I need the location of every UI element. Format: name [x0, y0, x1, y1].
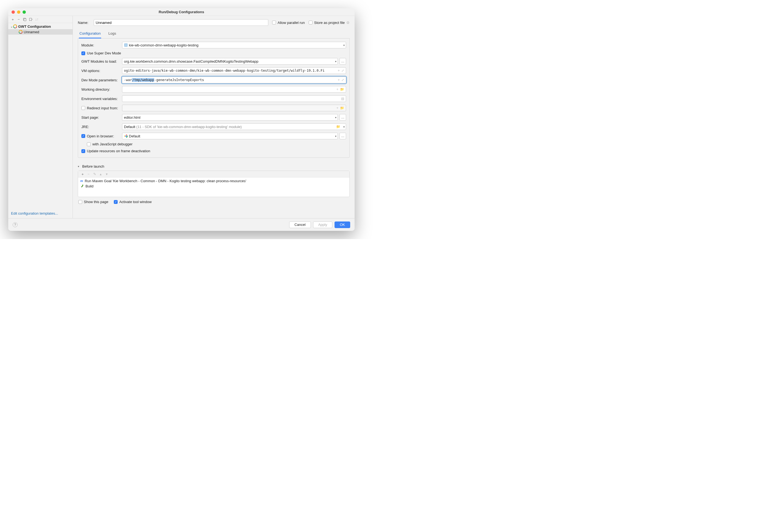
before-launch-toolbar: ＋ − ✎ ▴ ▾ [78, 171, 349, 178]
plus-icon: + [337, 106, 338, 110]
up-icon: ▴ [99, 172, 103, 177]
tabs: Configuration Logs [78, 30, 350, 39]
remove-icon[interactable]: − [16, 17, 21, 22]
tree-group-gwt[interactable]: ⌄ GWT Configuration [8, 24, 72, 29]
redirect-input: +📁 [122, 105, 346, 111]
chevron-down-icon: ▾ [335, 116, 337, 119]
ok-button[interactable]: OK [335, 221, 350, 228]
edit-icon: ✎ [93, 172, 97, 177]
store-project-checkbox[interactable]: Store as project file ⚙ [309, 21, 350, 25]
sidebar-toolbar: ＋ − [8, 16, 72, 23]
browser-combo[interactable]: Default ▾ [122, 133, 338, 139]
sidebar: ＋ − ⌄ GWT Configuration Unnamed [8, 16, 73, 218]
add-icon[interactable]: ＋ [10, 17, 15, 22]
start-page-label: Start page: [81, 116, 120, 120]
maven-icon: m [80, 179, 83, 183]
activate-tool-checkbox[interactable]: Activate tool window [114, 200, 152, 204]
name-row: Name: Allow parallel run Store as projec… [78, 19, 350, 26]
remove-icon: − [86, 172, 91, 177]
svg-rect-4 [124, 44, 127, 47]
help-icon[interactable]: ? [13, 222, 17, 227]
chrome-icon [124, 134, 128, 138]
before-launch-section: ▾ Before launch ＋ − ✎ ▴ ▾ m Run Maven [78, 163, 350, 204]
window-title: Run/Debug Configurations [8, 10, 355, 14]
titlebar: Run/Debug Configurations [8, 8, 355, 16]
apply-button: Apply [313, 221, 333, 228]
before-launch-item[interactable]: Build [78, 184, 349, 189]
start-page-combo[interactable]: editor.html ▾ [122, 114, 338, 121]
before-launch-item[interactable]: m Run Maven Goal 'Kie Workbench - Common… [78, 178, 349, 184]
gwt-icon [13, 24, 17, 28]
gear-icon[interactable]: ⚙ [346, 21, 350, 25]
module-label: Module: [81, 43, 120, 47]
plus-icon[interactable]: + [337, 87, 338, 91]
module-icon [124, 43, 128, 47]
tree-item-unnamed[interactable]: Unnamed [8, 29, 72, 35]
cancel-button[interactable]: Cancel [289, 221, 311, 228]
name-label: Name: [78, 21, 90, 25]
chevron-down-icon: ▾ [343, 44, 345, 47]
config-tree[interactable]: ⌄ GWT Configuration Unnamed [8, 23, 72, 209]
gwt-icon [19, 30, 22, 34]
folder-icon: 📁 [340, 106, 344, 110]
workdir-input[interactable]: +📁 [122, 86, 346, 92]
tab-configuration[interactable]: Configuration [79, 30, 101, 39]
folder-icon[interactable]: 📁 [340, 87, 344, 91]
open-browser-checkbox[interactable]: Open in browser: [81, 134, 120, 138]
folder-icon[interactable]: 📁 [336, 125, 340, 129]
chevron-down-icon: ▾ [78, 165, 80, 168]
svg-rect-7 [82, 185, 83, 186]
update-resources-checkbox[interactable]: Update resources on frame deactivation [81, 149, 151, 153]
dialog-body: ＋ − ⌄ GWT Configuration Unnamed [8, 16, 355, 218]
plus-icon[interactable]: + [338, 69, 340, 73]
add-icon[interactable]: ＋ [80, 172, 85, 177]
ellipsis-button[interactable]: … [340, 133, 346, 139]
sidebar-footer: Edit configuration templates... [8, 209, 72, 218]
configuration-panel: Module: kie-wb-common-dmn-webapp-kogito-… [78, 39, 350, 158]
chevron-down-icon: ▾ [335, 60, 337, 63]
svg-point-6 [125, 135, 127, 137]
chevron-down-icon: ▾ [335, 135, 337, 138]
dialog-window: Run/Debug Configurations ＋ − ⌄ GWT Confi… [8, 8, 355, 231]
expand-icon[interactable]: ⤢ [341, 69, 344, 73]
tree-item-label: Unnamed [24, 30, 39, 34]
before-launch-list[interactable]: m Run Maven Goal 'Kie Workbench - Common… [78, 178, 349, 197]
env-input[interactable]: ▤ [122, 95, 346, 102]
vm-options-input[interactable]: ogito-editors-java/kie-wb-common-dmn/kie… [122, 67, 346, 74]
dev-params-label: Dev Mode parameters: [81, 78, 120, 82]
js-debugger-checkbox[interactable]: with JavaScript debugger [87, 142, 132, 146]
tab-logs[interactable]: Logs [108, 30, 117, 38]
chevron-down-icon: ▾ [343, 125, 345, 128]
gwt-modules-label: GWT Modules to load: [81, 59, 120, 63]
gwt-modules-combo[interactable]: org.kie.workbench.common.dmn.showcase.Fa… [122, 58, 338, 65]
show-page-checkbox[interactable]: Show this page [78, 200, 108, 204]
sort-icon [35, 17, 39, 22]
main-panel: Name: Allow parallel run Store as projec… [73, 16, 355, 218]
ellipsis-button[interactable]: … [340, 114, 346, 121]
dialog-footer: ? Cancel Apply OK [8, 218, 355, 231]
name-input[interactable] [94, 19, 268, 26]
svg-rect-1 [24, 19, 26, 21]
workdir-label: Working directory: [81, 87, 120, 91]
chevron-down-icon: ⌄ [10, 25, 13, 28]
ellipsis-button[interactable]: … [340, 58, 346, 65]
dev-params-input[interactable]: -war /tmp/webapp -generateJsInteropExpor… [122, 77, 346, 83]
copy-icon[interactable] [22, 17, 27, 22]
expand-icon[interactable]: ⤢ [341, 78, 344, 82]
down-icon: ▾ [105, 172, 109, 177]
vm-options-label: VM options: [81, 69, 120, 73]
tree-group-label: GWT Configuration [18, 24, 51, 28]
allow-parallel-checkbox[interactable]: Allow parallel run [272, 21, 305, 25]
jre-combo[interactable]: Default (11 - SDK of 'kie-wb-common-dmn-… [122, 123, 346, 130]
super-dev-checkbox[interactable]: Use Super Dev Mode [81, 51, 121, 55]
env-label: Environment variables: [81, 97, 120, 101]
jre-label: JRE: [81, 125, 120, 129]
plus-icon[interactable]: + [338, 78, 340, 82]
save-template-icon[interactable] [28, 17, 33, 22]
redirect-checkbox[interactable]: Redirect input from: [81, 106, 120, 110]
build-icon [80, 184, 84, 188]
module-combo[interactable]: kie-wb-common-dmn-webapp-kogito-testing … [122, 42, 346, 48]
edit-templates-link[interactable]: Edit configuration templates... [11, 211, 58, 215]
list-icon[interactable]: ▤ [341, 97, 344, 101]
before-launch-header[interactable]: ▾ Before launch [78, 163, 350, 170]
